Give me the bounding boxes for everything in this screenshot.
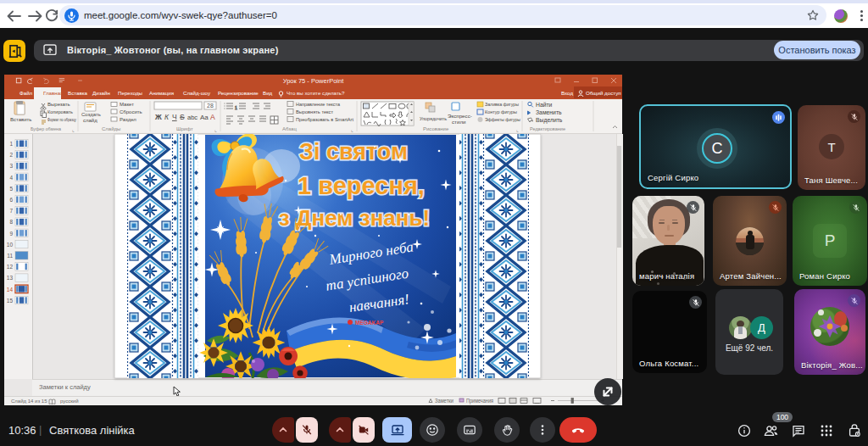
svg-text:1 вересня,: 1 вересня, <box>298 172 425 199</box>
svg-text:Редактирование: Редактирование <box>530 126 566 131</box>
svg-text:28: 28 <box>207 103 214 109</box>
svg-text:Выделить: Выделить <box>536 117 563 124</box>
svg-text:S: S <box>180 113 185 121</box>
svg-text:Выровнять текст: Выровнять текст <box>296 109 333 114</box>
svg-text:Зі святом: Зі святом <box>299 139 408 164</box>
svg-text:9: 9 <box>9 231 13 237</box>
svg-text:Упорядочить: Упорядочить <box>420 115 447 121</box>
svg-text:abc: abc <box>187 114 198 121</box>
svg-text:14: 14 <box>7 287 14 293</box>
svg-text:Экспресс-: Экспресс- <box>448 113 472 119</box>
svg-text:Раздел: Раздел <box>120 117 136 122</box>
svg-text:2: 2 <box>9 152 13 158</box>
svg-text:MEGAKAP: MEGAKAP <box>355 320 384 326</box>
svg-text:Формат по образцу: Формат по образцу <box>47 117 76 122</box>
svg-text:Контур фигуры: Контур фигуры <box>485 109 517 114</box>
svg-text:Вырезать: Вырезать <box>47 102 70 107</box>
svg-text:Слайды: Слайды <box>102 126 120 131</box>
svg-text:1: 1 <box>9 141 13 147</box>
svg-text:Сбросить: Сбросить <box>120 109 142 114</box>
svg-text:Шрифт: Шрифт <box>176 126 193 131</box>
svg-text:10: 10 <box>7 242 14 248</box>
svg-text:Копировать: Копировать <box>47 109 73 114</box>
svg-text:6: 6 <box>9 197 13 203</box>
svg-text:Буфер обмена: Буфер обмена <box>31 126 62 131</box>
svg-text:Эффекты фигуры: Эффекты фигуры <box>485 117 520 122</box>
svg-text:⌞: ⌞ <box>72 127 75 132</box>
svg-text:Преобразовать в SmartArt: Преобразовать в SmartArt <box>296 117 353 122</box>
svg-text:Заливка фигуры: Заливка фигуры <box>485 102 519 107</box>
svg-text:12: 12 <box>7 264 14 270</box>
svg-text:Создать: Создать <box>81 112 101 117</box>
svg-text:Вставить: Вставить <box>10 117 31 122</box>
svg-text:⌞: ⌞ <box>214 127 217 132</box>
svg-text:Ж: Ж <box>154 113 162 121</box>
svg-text:Заменить: Заменить <box>536 109 562 115</box>
svg-text:15: 15 <box>7 298 14 304</box>
svg-text:Заметки: Заметки <box>435 398 453 404</box>
svg-text:4: 4 <box>9 175 13 181</box>
svg-text:1: 1 <box>235 105 237 110</box>
svg-text:7: 7 <box>9 208 13 214</box>
svg-text:Макет: Макет <box>120 102 134 107</box>
svg-text:Примечания: Примечания <box>466 398 493 404</box>
svg-text:⌞: ⌞ <box>516 127 519 132</box>
svg-text:Направление текста: Направление текста <box>296 102 341 107</box>
svg-text:⌞: ⌞ <box>351 127 353 132</box>
svg-text:Рисование: Рисование <box>423 126 449 131</box>
svg-text:слайд: слайд <box>83 118 97 123</box>
svg-text:8: 8 <box>9 219 13 225</box>
svg-text:К: К <box>164 113 170 121</box>
svg-text:13: 13 <box>7 275 14 281</box>
svg-text:11: 11 <box>7 253 13 259</box>
svg-text:Aa: Aa <box>200 114 209 121</box>
svg-text:Ч: Ч <box>172 113 177 121</box>
svg-text:стили: стили <box>452 119 466 125</box>
svg-text:Абзац: Абзац <box>282 126 297 131</box>
svg-text:3: 3 <box>9 163 13 169</box>
svg-text:5: 5 <box>9 186 13 192</box>
svg-text:Найти: Найти <box>536 102 553 108</box>
svg-text:з Днем знань!: з Днем знань! <box>279 205 430 231</box>
svg-text:А: А <box>210 113 215 121</box>
